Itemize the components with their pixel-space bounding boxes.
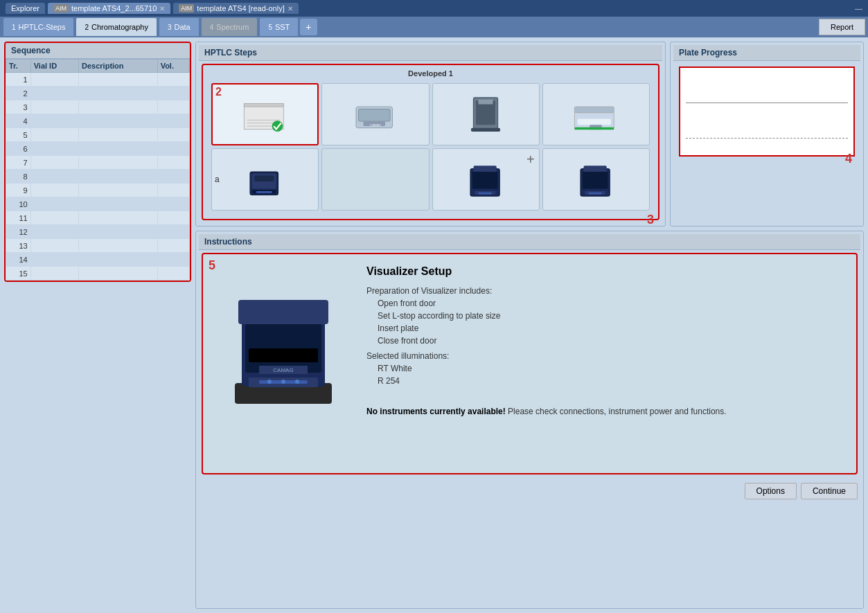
table-row[interactable]: 3 [6,100,190,114]
svg-text:CAMAG: CAMAG [273,367,293,373]
table-row[interactable]: 6 [6,142,190,156]
cell-vial [30,100,78,114]
cell-desc [79,239,158,253]
a-label: a [215,175,220,184]
tab-chromatography[interactable]: 2 Chromatography [76,17,157,37]
tab-template-ats4-readonly[interactable]: AIM template ATS4 [read-only] ✕ [173,3,298,14]
report-button[interactable]: Report [819,19,865,35]
cell-vol [157,267,189,281]
table-row[interactable]: 8 [6,170,190,184]
cell-vol [157,239,189,253]
minimize-button[interactable]: — [855,4,862,12]
instrument-visualizer1[interactable]: + [432,148,540,211]
ats4-icon: AIM [53,4,69,12]
close-tab-ats4-readonly[interactable]: ✕ [287,5,293,12]
svg-rect-1 [244,104,283,107]
cell-vial [30,253,78,267]
cell-vial [30,225,78,239]
table-row[interactable]: 9 [6,184,190,197]
instrument-laminar[interactable] [542,83,650,145]
instrument-grid-container: Developed 1 2 [202,64,659,220]
col-vol: Vol. [157,60,189,73]
cell-tr: 2 [6,87,31,100]
ats4-icon: CAMAG [351,94,400,135]
cell-vol [157,87,189,100]
cell-tr: 9 [6,184,31,197]
sequence-panel: Sequence Tr. Vial ID Description Vol. 12… [4,42,191,282]
cell-vial [30,142,78,156]
step-3: Insert plate [366,323,845,333]
table-row[interactable]: 14 [6,253,190,267]
ats4-readonly-icon: AIM [179,4,194,12]
svg-rect-25 [474,166,497,172]
table-row[interactable]: 10 [6,197,190,211]
table-row[interactable]: 5 [6,128,190,142]
plate-progress-title: Plate Progress [673,45,860,61]
cell-vol [157,114,189,128]
cell-tr: 4 [6,114,31,128]
step-2: Set L-stop according to plate size [366,311,845,321]
svg-rect-43 [249,348,318,362]
svg-rect-12 [471,128,500,132]
tab-sst[interactable]: 5 SST [259,17,299,37]
instrument-scanner[interactable]: a [211,148,319,211]
cell-vol [157,156,189,170]
svg-point-41 [281,380,285,384]
table-row[interactable]: 2 [6,87,190,100]
cell-vol [157,225,189,239]
close-tab-ats4[interactable]: ✕ [159,5,165,12]
tab-data[interactable]: 3 Data [159,17,200,37]
table-row[interactable]: 11 [6,211,190,225]
instrument-ats4[interactable]: CAMAG [321,83,429,145]
instrument-tl-plate[interactable]: 2 [211,83,319,145]
tab-explorer[interactable]: Explorer [6,3,45,14]
instructions-text-area: Visualizer Setup Preparation of Visualiz… [366,265,845,462]
tab-hptlc-steps[interactable]: 1 HPTLC-Steps [3,17,74,37]
cell-desc [79,253,158,267]
table-row[interactable]: 1 [6,73,190,87]
table-row[interactable]: 7 [6,156,190,170]
cell-vial [30,184,78,197]
warning-bold: No instruments currently available! [366,407,506,416]
cell-vial [30,267,78,281]
instrument-developing[interactable] [432,83,540,145]
visualizer1-icon [461,159,510,200]
svg-rect-33 [589,193,602,195]
tab-num-4: 4 [210,24,214,31]
add-tab-button[interactable]: + [300,19,317,35]
options-button[interactable]: Options [745,483,797,499]
cell-vol [157,184,189,197]
instrument-grid: 2 [209,80,653,213]
cell-desc [79,267,158,281]
selected-illuminations: Selected illuminations: [366,351,845,361]
table-row[interactable]: 15 [6,267,190,281]
plate-line-solid [686,103,848,103]
col-desc: Description [79,60,158,73]
instrument-visualizer2[interactable] [542,148,650,211]
tab-template-ats4-active[interactable]: AIM template ATS4_2...65710 ✕ [48,3,170,14]
cell-tr: 12 [6,225,31,239]
cell-desc [79,128,158,142]
cell-tr: 11 [6,211,31,225]
main-area: Sequence Tr. Vial ID Description Vol. 12… [0,37,868,613]
svg-rect-26 [472,172,498,189]
laminar-icon [572,94,620,135]
table-row[interactable]: 12 [6,225,190,239]
svg-rect-28 [479,193,492,195]
table-row[interactable]: 4 [6,114,190,128]
button-row: Options Continue [202,483,858,499]
continue-button[interactable]: Continue [801,483,858,499]
tab-spectrum: 4 Spectrum [201,17,258,37]
cell-desc [79,184,158,197]
svg-rect-15 [575,107,614,113]
hptlc-steps-content: Developed 1 2 [199,61,662,223]
table-row[interactable]: 13 [6,239,190,253]
cell-tr: 1 [6,73,31,87]
instructions-panel: Instructions 5 [195,231,864,609]
plus-icon: + [526,152,535,168]
top-right: HPTLC Steps Developed 1 2 [195,42,864,226]
svg-rect-7 [358,109,390,122]
cell-desc [79,156,158,170]
instructions-image: CAMAG [214,265,353,462]
cell-vol [157,211,189,225]
